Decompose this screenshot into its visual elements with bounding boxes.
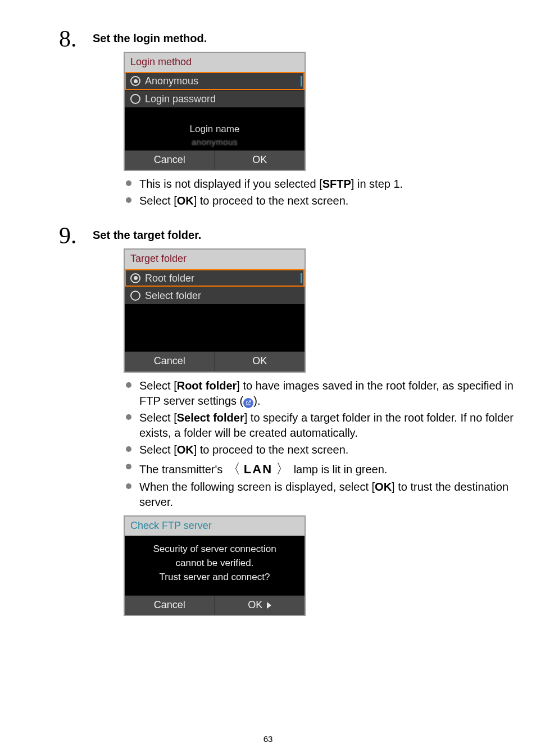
cancel-button[interactable]: Cancel [125,151,215,170]
login-name-label: Login name [125,123,305,136]
radio-unselected-icon [130,291,140,301]
step-number-9: 9. [59,220,77,252]
message-line: Security of server connection [128,542,301,556]
option-label: Login password [145,92,216,106]
option-root-folder[interactable]: Root folder [125,269,305,287]
ok-label: OK [248,599,262,610]
login-method-panel: Login method Anonymous Login password Lo… [124,52,306,171]
option-label: Anonymous [145,74,198,88]
cancel-button[interactable]: Cancel [125,596,215,615]
message-line: Trust server and connect? [128,571,301,585]
message-line: cannot be verified. [128,556,301,571]
bullet-select-ok: Select [OK] to proceed to the next scree… [124,193,514,209]
option-label: Root folder [145,271,194,285]
option-label: Select folder [145,289,201,302]
step-number-8: 8. [59,23,77,55]
ok-button[interactable]: OK [215,596,305,615]
panel-body: Root folder Select folder [125,269,305,352]
panel-actions: Cancel OK [125,150,305,170]
ok-button[interactable]: OK [215,352,305,371]
login-name-block: Login name anonymous [125,120,305,150]
angle-bracket-right: 〉 [275,461,290,476]
panel-title: Target folder [125,250,305,269]
radio-unselected-icon [130,94,140,104]
lan-label: LAN [242,462,275,476]
panel-body: Anonymous Login password Login name anon… [125,72,305,150]
panel-title: Check FTP server [125,517,305,536]
bullet-lan-lamp: The transmitter's 〈LAN〉 lamp is lit in g… [124,460,514,478]
step-9-title: Set the target folder. [93,228,514,243]
bullet-select-ok: Select [OK] to proceed to the next scree… [124,442,514,458]
panel-actions: Cancel OK [125,351,305,371]
step-8-title: Set the login method. [93,31,514,46]
panel-spacer [125,107,305,120]
angle-bracket-left: 〈 [226,461,242,476]
crossref-link-icon[interactable] [243,398,253,408]
option-login-password[interactable]: Login password [125,90,305,107]
option-select-folder[interactable]: Select folder [125,287,305,304]
bullet-select-folder: Select [Select folder] to specify a targ… [124,410,514,441]
ok-button[interactable]: OK [215,151,305,170]
document-page: 8. Set the login method. Login method An… [0,0,536,756]
option-anonymous[interactable]: Anonymous [125,72,305,89]
page-number: 63 [0,734,536,745]
login-name-value: anonymous [125,136,305,148]
panel-spacer [125,304,305,351]
panel-title: Login method [125,53,305,72]
step-9: 9. Set the target folder. Target folder … [93,228,514,616]
cancel-button[interactable]: Cancel [125,352,215,371]
bullet-root-folder: Select [Root folder] to have images save… [124,378,514,409]
step-8: 8. Set the login method. Login method An… [93,31,514,209]
radio-selected-icon [130,273,140,283]
target-folder-panel: Target folder Root folder Select folder … [124,248,306,372]
bullet-sftp-note: This is not displayed if you selected [S… [124,176,514,192]
check-ftp-server-panel: Check FTP server Security of server conn… [124,515,306,617]
arrow-right-icon [267,602,271,609]
panel-message: Security of server connection cannot be … [125,536,305,595]
radio-selected-icon [130,76,140,86]
step-9-bullets: Select [Root folder] to have images save… [124,378,514,510]
bullet-trust-server: When the following screen is displayed, … [124,479,514,510]
step-8-bullets: This is not displayed if you selected [S… [124,176,514,209]
panel-actions: Cancel OK [125,595,305,615]
